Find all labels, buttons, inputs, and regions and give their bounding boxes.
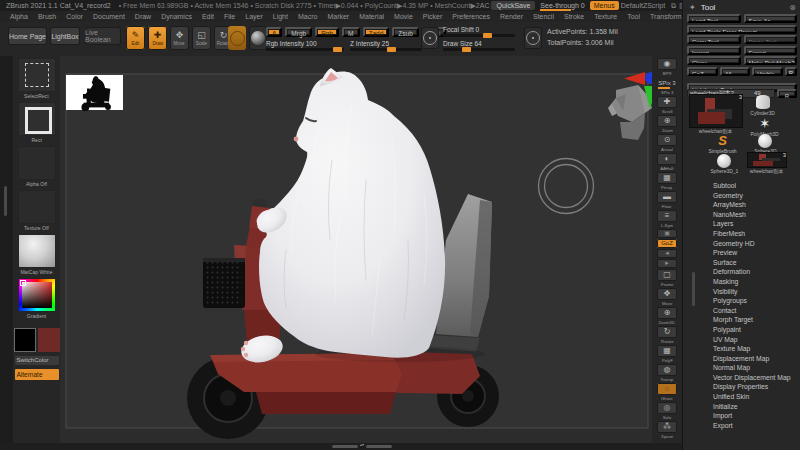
alpha-selector[interactable]: Alpha Off: [16, 146, 57, 188]
material-selector[interactable]: MatCap White: [16, 234, 57, 276]
menu-item[interactable]: Marker: [323, 13, 353, 20]
restore-config-button[interactable]: R: [777, 89, 797, 98]
tool-action-button[interactable]: Make PolyMesh3D: [744, 56, 798, 65]
subpalette-header[interactable]: Unified Skin: [683, 392, 800, 402]
subpalette-header[interactable]: Initialize: [683, 402, 800, 412]
subpalette-header[interactable]: FiberMesh: [683, 229, 800, 239]
subpalette-header[interactable]: Subtool: [683, 181, 800, 191]
h-scrollbar-right[interactable]: [366, 445, 392, 448]
right-shelf-button[interactable]: ◄: [655, 249, 679, 258]
default-zscript-label[interactable]: DefaultZScript: [621, 2, 665, 9]
alternate-button[interactable]: Alternate: [15, 369, 59, 380]
right-shelf-button[interactable]: ◉ BPR: [655, 58, 679, 76]
subpalette-header[interactable]: Masking: [683, 277, 800, 287]
subpalette-header[interactable]: Polypaint: [683, 325, 800, 335]
menu-item[interactable]: Alpha: [6, 13, 32, 20]
right-shelf-button[interactable]: ▬ Floor: [655, 191, 679, 209]
subpalette-header[interactable]: Contact: [683, 306, 800, 316]
subpalette-header[interactable]: Morph Target: [683, 315, 800, 325]
paint-mode-button[interactable]: M: [342, 27, 359, 37]
subpalette-header[interactable]: Visibility: [683, 287, 800, 297]
right-shelf-button[interactable]: ▦ PolyF: [655, 345, 679, 363]
subpalette-header[interactable]: Normal Map: [683, 363, 800, 373]
menu-item[interactable]: File: [220, 13, 239, 20]
right-shelf-button[interactable]: ✥ Move: [655, 288, 679, 306]
right-shelf-button[interactable]: ◍ Transp: [655, 364, 679, 382]
menu-item[interactable]: Transform: [646, 13, 686, 20]
paint-mode-button[interactable]: Rgb: [315, 27, 339, 37]
see-through-slider[interactable]: See-through 0: [540, 2, 584, 9]
paint-mode-button[interactable]: Zadd: [363, 27, 390, 37]
tool-thumbnail[interactable]: Sphere3D_1: [709, 154, 740, 175]
main-color-swatch[interactable]: [14, 328, 36, 352]
goz-row-button[interactable]: All: [720, 67, 751, 76]
right-shelf-button[interactable]: ◎ Solo: [655, 402, 679, 420]
goz-row-button[interactable]: GoZ: [687, 67, 718, 76]
current-brush-button[interactable]: [228, 26, 246, 50]
right-shelf-button[interactable]: ►: [655, 259, 679, 268]
right-shelf-button[interactable]: SPix 3 SPix 3: [655, 77, 679, 95]
subpalette-header[interactable]: NanoMesh: [683, 210, 800, 220]
color-picker[interactable]: Gradient: [16, 278, 57, 320]
tool-thumbnail[interactable]: Cylinder3D: [749, 94, 776, 117]
subpalette-header[interactable]: Display Properties: [683, 382, 800, 392]
right-shelf-button[interactable]: ◌ Ghost: [655, 383, 679, 401]
goz-row-button[interactable]: Visible: [752, 67, 783, 76]
menus-toggle[interactable]: Menus: [590, 1, 619, 10]
subpalette-header[interactable]: Geometry HD: [683, 239, 800, 249]
stroke-preview-icon[interactable]: [421, 27, 439, 49]
quicksave-button[interactable]: QuickSave: [491, 1, 535, 10]
right-shelf-button[interactable]: ▢ Frame: [655, 269, 679, 287]
right-shelf-button[interactable]: ✚ Scroll: [655, 96, 679, 114]
subpalette-header[interactable]: Export: [683, 421, 800, 431]
menu-item[interactable]: Edit: [198, 13, 218, 20]
paint-mode-button[interactable]: Zsub: [392, 27, 418, 37]
menu-item[interactable]: Layer: [241, 13, 267, 20]
menu-item[interactable]: Stencil: [529, 13, 558, 20]
h-scrollbar-left[interactable]: [332, 445, 358, 448]
z-intensity-slider[interactable]: Z Intensity 25: [350, 40, 422, 52]
right-shelf-button[interactable]: ≡ L.Sym: [655, 210, 679, 228]
right-shelf-button[interactable]: ⊕ Zoom: [655, 115, 679, 133]
mode-button[interactable]: ◱ Scale: [192, 26, 211, 50]
current-material-button[interactable]: [249, 26, 267, 50]
left-tray[interactable]: [0, 56, 13, 443]
right-shelf-button[interactable]: GoZ: [655, 239, 679, 248]
home-page-button[interactable]: Home Page: [8, 27, 47, 45]
stroke-type[interactable]: Rect: [16, 102, 57, 144]
right-shelf-button[interactable]: ↻ Rotate: [655, 326, 679, 344]
right-shelf-button[interactable]: ⊙ Actual: [655, 134, 679, 152]
tool-action-button[interactable]: Export: [744, 46, 798, 55]
subpalette-header[interactable]: Polygroups: [683, 296, 800, 306]
menu-item[interactable]: Brush: [34, 13, 60, 20]
paint-mode-button[interactable]: Mrgb: [285, 27, 312, 37]
mode-button[interactable]: ✚ Draw: [148, 26, 167, 50]
tool-thumbnail[interactable]: SimpleBrush: [707, 134, 738, 155]
tool-action-button[interactable]: Load Tools From Project: [687, 25, 797, 34]
tool-action-button[interactable]: Import: [687, 46, 741, 55]
right-shelf-button[interactable]: ◐ AAHalf: [655, 153, 679, 171]
menu-item[interactable]: Draw: [131, 13, 155, 20]
mode-button[interactable]: ✎ Edit: [126, 26, 145, 50]
scroll-arrows[interactable]: ▴▾: [359, 443, 365, 447]
menu-item[interactable]: Movie: [390, 13, 417, 20]
focal-shift-slider[interactable]: Focal Shift 0: [443, 26, 515, 38]
right-shelf-button[interactable]: ⁂ Xpose: [655, 421, 679, 439]
right-shelf-button[interactable]: ⊕ Zoom3D: [655, 307, 679, 325]
subpalette-header[interactable]: Vector Displacement Map: [683, 373, 800, 383]
draw-size-slider[interactable]: Draw Size 64: [443, 40, 515, 52]
switch-color-button[interactable]: SwitchColor: [15, 356, 59, 365]
mode-button[interactable]: ✥ Move: [170, 26, 189, 50]
subpalette-header[interactable]: Displacement Map: [683, 354, 800, 364]
tool-action-button[interactable]: Clone: [687, 56, 741, 65]
tool-action-button[interactable]: Copy Tool: [687, 35, 741, 44]
alpha-preview-icon[interactable]: [524, 27, 542, 49]
stroke-selector[interactable]: SelectRect: [16, 58, 57, 100]
subpalette-header[interactable]: ArrayMesh: [683, 200, 800, 210]
secondary-color-swatch[interactable]: [38, 328, 60, 352]
subpalette-header[interactable]: Geometry: [683, 191, 800, 201]
rgb-intensity-slider[interactable]: Rgb Intensity 100: [266, 40, 344, 52]
palette-menu-icon[interactable]: ⊗: [789, 3, 796, 12]
menu-item[interactable]: Document: [89, 13, 129, 20]
subpalette-header[interactable]: Deformation: [683, 267, 800, 277]
